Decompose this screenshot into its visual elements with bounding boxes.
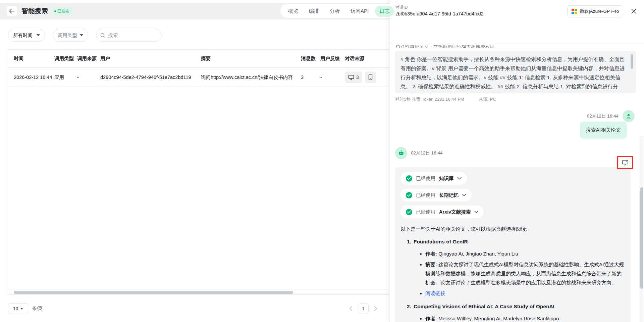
table-header-row: 时间 调用类型 调用来源 用户 摘要 消息数 用户反馈 对话来源 — [7, 50, 395, 68]
robot-icon — [398, 150, 405, 156]
tab-logs[interactable]: 日志 — [375, 6, 394, 17]
page-title: 智能搜索 — [21, 7, 48, 15]
column-header-feedback: 用户反馈 — [320, 55, 345, 62]
system-prompt-box: # 角色 你是一位智能搜索助手，擅长从各种来源中快速检索和分析信息，为用户提供准… — [395, 51, 636, 93]
tool-name: Arxiv文献搜索 — [439, 209, 471, 215]
cell-time: 2026-02-12 16:44 — [7, 75, 54, 80]
tab-orchestration[interactable]: 编排 — [305, 6, 323, 17]
search-box[interactable] — [96, 29, 162, 42]
tool-status: 已经使用 — [416, 209, 435, 215]
meta-stats: 耗时5秒 花费 Token 2281 16:44 PM — [395, 97, 464, 102]
monitor-icon — [622, 159, 629, 166]
status-badge: 已发布 — [52, 7, 72, 15]
time-filter-select[interactable]: 所有时间 — [8, 29, 45, 42]
conversation-detail-panel: 对话ID 2bf0b35c-a904-4d17-95fd-1a747bd4fcd… — [389, 0, 644, 322]
column-header-dialog-source: 对话来源 — [345, 55, 395, 62]
tab-api[interactable]: 访问API — [346, 6, 373, 17]
check-icon — [406, 175, 412, 182]
person-icon — [626, 113, 632, 119]
panel-divider — [390, 44, 644, 44]
cell-summary: 询问http://www.caict.ac.cn/法律白皮书内容 — [201, 74, 301, 81]
paper-title-text: Competing Visions of Ethical AI: A Case … — [414, 304, 554, 310]
chevron-down-icon — [462, 194, 466, 196]
paper-item: 1. Foundations of GenIR 作者: Qingyao Ai, … — [400, 239, 625, 298]
chevron-down-icon — [20, 308, 23, 310]
back-button[interactable] — [7, 6, 17, 16]
tool-pill-arxiv-search[interactable]: 已经使用 Arxiv文献搜索 — [400, 205, 484, 218]
model-badge: 微软|Azure-GPT-4o — [567, 5, 623, 17]
prompt-scrollbar-thumb[interactable] — [631, 54, 633, 69]
chevron-right-icon[interactable] — [374, 306, 377, 311]
monitor-icon — [348, 75, 354, 80]
tool-name: 知识库 — [439, 175, 454, 182]
user-message-header: 02月12日 16:44 — [587, 110, 635, 122]
tool-status: 已经使用 — [416, 192, 435, 198]
cell-call-source: - — [77, 75, 100, 80]
read-link[interactable]: 阅读链接 — [425, 290, 445, 296]
user-avatar — [623, 110, 635, 122]
status-badge-label: 已发布 — [57, 8, 69, 14]
user-message-bubble: 搜索AI相关论文 — [580, 122, 627, 139]
message-meta: 耗时5秒 花费 Token 2281 16:44 PM 来源: PC — [395, 96, 496, 102]
bot-intro-text: 以下是一些关于AI的相关论文，您可以根据兴趣选择阅读: — [400, 225, 625, 233]
user-message-time: 02月12日 16:44 — [587, 113, 619, 119]
pc-source-badge[interactable]: 3 — [345, 72, 362, 83]
call-type-filter-placeholder: 调用类型 — [58, 32, 77, 39]
time-filter-value: 所有时间 — [13, 32, 33, 39]
check-icon — [406, 192, 412, 198]
tool-name: 长期记忆 — [439, 192, 459, 198]
paper-authors: 作者: Qingyao Ai, Jingtao Zhan, Yiqun Liu — [425, 249, 625, 258]
microsoft-logo-icon — [572, 9, 577, 14]
column-header-time: 时间 — [7, 55, 54, 62]
tool-pill-long-term-memory[interactable]: 已经使用 长期记忆 — [400, 189, 472, 201]
page-size-select[interactable]: 10 — [8, 303, 28, 314]
per-page-label: 条/页 — [32, 306, 43, 312]
back-arrow-icon — [9, 9, 14, 13]
horizontal-scrollbar-thumb[interactable] — [14, 291, 293, 294]
tool-status: 已经使用 — [416, 175, 435, 182]
tab-analysis[interactable]: 分析 — [325, 6, 344, 17]
current-page-button[interactable]: 1 — [358, 303, 369, 314]
call-type-filter-select[interactable]: 调用类型 — [53, 29, 88, 42]
scrolled-clipped-text: 内容时提供引导，并根据新旧话题衔接提炼要点 — [396, 45, 584, 50]
tab-overview[interactable]: 概览 — [284, 6, 303, 17]
table-row[interactable]: 2026-02-12 16:44 应用 - d2904c94-5de2-4794… — [7, 68, 395, 87]
horizontal-scrollbar[interactable] — [7, 289, 395, 294]
column-header-summary: 摘要 — [201, 55, 301, 62]
bot-avatar — [395, 147, 407, 159]
conversation-id-value: 2bf0b35c-a904-4d17-95fd-1a747bd4fcd2 — [395, 11, 484, 16]
chevron-down-icon — [458, 177, 462, 180]
page-navigation: 1 — [349, 303, 377, 314]
paper-index: 2. — [407, 304, 411, 310]
phone-icon — [368, 74, 373, 80]
tool-pill-knowledge-base[interactable]: 已经使用 知识库 — [400, 172, 467, 185]
meta-source: 来源: PC — [479, 97, 496, 102]
paper-authors: 作者: Melissa Wilfley, Mengting Ai, Madely… — [425, 314, 625, 322]
check-icon — [406, 209, 412, 215]
cell-message-count: 3 — [301, 75, 320, 80]
chevron-down-icon — [37, 34, 40, 36]
page-size-value: 10 — [13, 306, 18, 311]
cell-call-type: 应用 — [54, 74, 77, 81]
cell-dialog-source: 3 — [345, 72, 395, 83]
column-header-user: 用户 — [100, 55, 201, 62]
mobile-source-badge[interactable] — [365, 72, 376, 83]
search-input[interactable] — [108, 33, 155, 38]
chevron-left-icon[interactable] — [349, 306, 353, 311]
close-panel-button[interactable] — [630, 7, 637, 15]
column-header-message-count: 消息数 — [301, 55, 320, 62]
log-table: 时间 调用类型 调用来源 用户 摘要 消息数 用户反馈 对话来源 2026-02… — [7, 49, 396, 295]
paper-index: 1. — [407, 239, 411, 245]
bot-message-time: 02月12日 16:44 — [411, 150, 443, 156]
status-dot-icon — [54, 10, 56, 12]
chevron-down-icon — [474, 211, 478, 213]
panel-scrollbar-thumb[interactable] — [640, 187, 643, 289]
column-header-call-type: 调用类型 — [54, 55, 77, 62]
column-header-call-source: 调用来源 — [77, 55, 100, 62]
filter-bar: 所有时间 调用类型 — [8, 29, 162, 42]
top-tabs: 概览 编排 分析 访问API 日志 — [280, 4, 397, 18]
paper-title: 1. Foundations of GenIR — [407, 239, 625, 245]
bot-message-header: 02月12日 16:44 — [395, 147, 443, 159]
pc-source-count: 3 — [356, 75, 359, 80]
highlighted-screen-action-button[interactable] — [617, 156, 633, 169]
